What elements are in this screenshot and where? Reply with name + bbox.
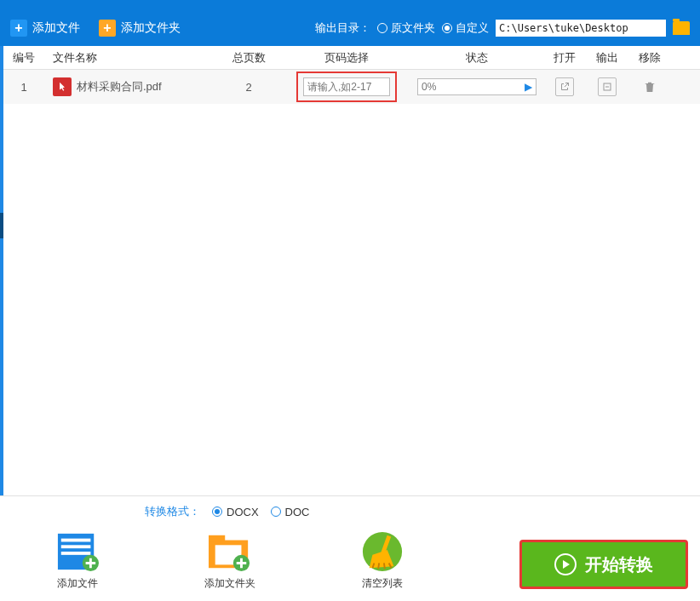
col-output: 输出 [586,50,628,66]
col-pages: 总页数 [215,50,283,66]
top-toolbar: + 添加文件 + 添加文件夹 输出目录： 原文件夹 自定义 [0,10,700,46]
col-num: 编号 [3,50,44,66]
row-output [586,77,628,96]
add-file-big-button[interactable]: 添加文件 [53,530,102,591]
radio-icon-selected [442,23,452,33]
svg-rect-5 [61,552,91,555]
add-file-label: 添加文件 [32,20,80,36]
row-name-cell: 材料采购合同.pdf [44,77,215,96]
col-remove: 移除 [628,50,671,66]
browse-folder-icon[interactable] [673,21,690,35]
broom-icon [358,530,407,573]
progress-text: 0% [422,81,436,93]
play-circle-icon [554,553,577,575]
radio-icon-selected [212,507,222,517]
add-file-button[interactable]: + 添加文件 [10,20,80,37]
row-remove [628,77,671,96]
row-status: 0% ▶ [410,78,543,95]
radio-icon [271,507,281,517]
clear-list-button[interactable]: 清空列表 [358,530,407,591]
play-icon: ▶ [525,81,532,93]
svg-rect-3 [61,539,91,542]
col-name: 文件名称 [44,50,215,66]
start-convert-label: 开始转换 [585,553,653,576]
format-docx-radio[interactable]: DOCX [212,506,259,518]
plus-folder-icon: + [99,20,116,37]
row-open [543,77,586,96]
format-doc-radio[interactable]: DOC [271,506,310,518]
add-folder-label: 添加文件夹 [121,20,181,36]
row-num: 1 [3,81,44,94]
clear-list-label: 清空列表 [362,576,403,591]
titlebar [0,0,700,10]
add-file-big-label: 添加文件 [57,576,98,591]
add-folder-big-icon [205,530,255,573]
format-label: 转换格式： [145,504,200,519]
svg-rect-8 [209,535,225,542]
row-pages: 2 [215,81,283,94]
left-edge-scroll[interactable] [0,213,3,238]
col-status: 状态 [410,50,543,66]
output-icon[interactable] [598,77,617,96]
row-filename: 材料采购合同.pdf [77,79,162,94]
output-dir-label: 输出目录： [315,20,370,36]
trash-icon[interactable] [640,77,659,96]
left-edge-bar [0,46,3,498]
add-file-big-icon [53,530,102,573]
bottom-panel: 转换格式： DOCX DOC 添加文件 [0,495,700,601]
start-convert-button[interactable]: 开始转换 [519,540,688,589]
radio-icon [377,23,387,33]
add-folder-button[interactable]: + 添加文件夹 [99,20,181,37]
svg-rect-4 [61,545,91,548]
open-icon[interactable] [555,77,574,96]
add-folder-big-button[interactable]: 添加文件夹 [204,530,255,591]
output-path-input[interactable] [496,20,666,37]
row-page-select [283,72,410,102]
radio-custom-folder[interactable]: 自定义 [442,20,489,36]
table-header: 编号 文件名称 总页数 页码选择 状态 打开 输出 移除 [0,46,700,70]
format-row: 转换格式： DOCX DOC [0,496,700,527]
pdf-icon [53,77,72,96]
col-open: 打开 [543,50,586,66]
page-input-highlight [296,72,397,102]
col-page-sel: 页码选择 [283,50,410,66]
plus-file-icon: + [10,20,27,37]
page-range-input[interactable] [303,77,390,96]
add-folder-big-label: 添加文件夹 [204,576,255,591]
progress-bar[interactable]: 0% ▶ [417,78,536,95]
radio-original-folder[interactable]: 原文件夹 [377,20,435,36]
table-row: 1 材料采购合同.pdf 2 0% ▶ [0,70,700,104]
